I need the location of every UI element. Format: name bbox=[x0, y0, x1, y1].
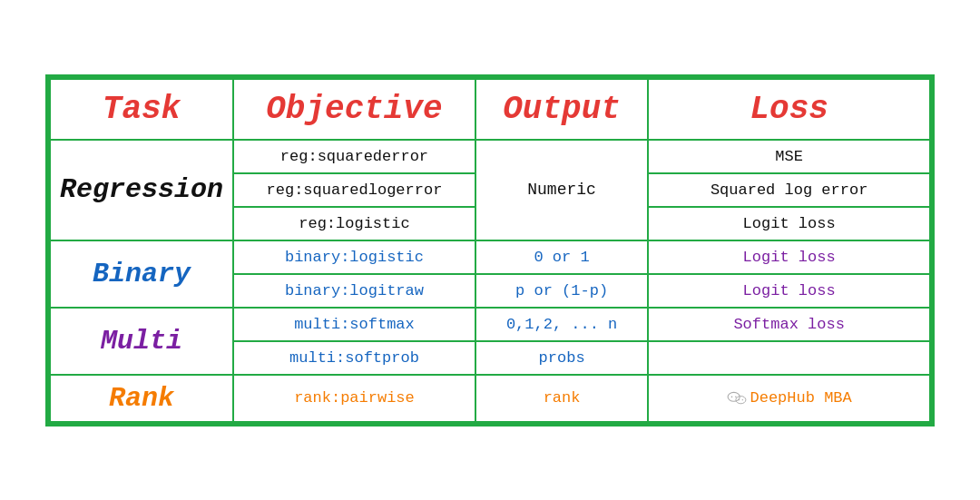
loss-squared-log: Squared log error bbox=[648, 173, 930, 207]
output-binary-0or1: 0 or 1 bbox=[475, 240, 648, 274]
table-row: Multi multi:softmax 0,1,2, ... n Softmax… bbox=[50, 308, 931, 341]
svg-point-3 bbox=[735, 396, 745, 403]
task-multi: Multi bbox=[50, 308, 234, 375]
objective-binary-logistic: binary:logistic bbox=[233, 240, 475, 274]
objective-reg-squarederror: reg:squarederror bbox=[233, 140, 475, 173]
output-numeric: Numeric bbox=[475, 140, 648, 240]
header-objective: Objective bbox=[233, 78, 475, 140]
svg-point-1 bbox=[730, 396, 732, 397]
header-output: Output bbox=[475, 78, 648, 140]
loss-rank-cell: DeepHub MBA bbox=[648, 375, 930, 423]
objective-multi-softprob: multi:softprob bbox=[233, 341, 475, 375]
table-row: Regression reg:squarederror Numeric MSE bbox=[50, 140, 931, 173]
objective-reg-logistic: reg:logistic bbox=[233, 207, 475, 240]
table-row: Rank rank:pairwise rank bbox=[50, 375, 931, 423]
svg-point-4 bbox=[738, 398, 739, 399]
loss-multi-empty bbox=[648, 341, 930, 375]
loss-binary-logit0: Logit loss bbox=[648, 240, 930, 274]
main-table-wrapper: Task Objective Output Loss Regression re… bbox=[45, 74, 935, 426]
loss-logit: Logit loss bbox=[648, 207, 930, 240]
svg-point-2 bbox=[735, 396, 737, 397]
header-task: Task bbox=[50, 78, 234, 140]
wechat-icon bbox=[727, 388, 747, 408]
loss-mse: MSE bbox=[648, 140, 930, 173]
loss-binary-logit1: Logit loss bbox=[648, 274, 930, 308]
task-binary: Binary bbox=[50, 240, 234, 308]
header-loss: Loss bbox=[648, 78, 930, 140]
loss-softmax: Softmax loss bbox=[648, 308, 930, 341]
output-multi-n: 0,1,2, ... n bbox=[475, 308, 648, 341]
objective-binary-logitraw: binary:logitraw bbox=[233, 274, 475, 308]
objective-reg-squaredlogerror: reg:squaredlogerror bbox=[233, 173, 475, 207]
output-multi-probs: probs bbox=[475, 341, 648, 375]
svg-point-5 bbox=[741, 398, 742, 399]
output-binary-p: p or (1-p) bbox=[475, 274, 648, 308]
output-rank: rank bbox=[475, 375, 648, 423]
task-regression: Regression bbox=[50, 140, 234, 240]
rank-loss-content: DeepHub MBA bbox=[658, 388, 920, 408]
loss-rank-label: DeepHub MBA bbox=[750, 389, 852, 407]
table-row: Binary binary:logistic 0 or 1 Logit loss bbox=[50, 240, 931, 274]
objective-multi-softmax: multi:softmax bbox=[233, 308, 475, 341]
header-row: Task Objective Output Loss bbox=[50, 78, 931, 140]
comparison-table: Task Objective Output Loss Regression re… bbox=[48, 77, 932, 424]
objective-rank-pairwise: rank:pairwise bbox=[233, 375, 475, 423]
task-rank: Rank bbox=[50, 375, 234, 423]
